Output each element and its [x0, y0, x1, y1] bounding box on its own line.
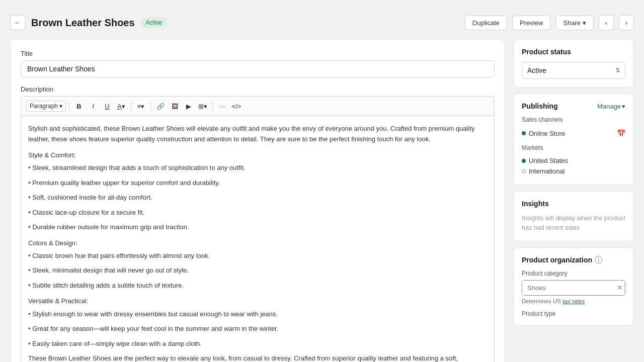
markets-label: Markets	[522, 144, 625, 151]
active-dot-icon	[522, 131, 526, 135]
page-header: ← Brown Leather Shoes Active Duplicate P…	[10, 15, 634, 30]
style-point-2: • Premium quality leather upper for supe…	[28, 177, 487, 188]
paragraph-chevron-icon: ▾	[59, 103, 62, 110]
duplicate-button[interactable]: Duplicate	[465, 16, 507, 30]
colors-heading: Colors & Design:	[28, 238, 487, 248]
versatile-point-1: • Stylish enough to wear with dressy ens…	[28, 309, 487, 319]
text-color-icon: A	[117, 103, 122, 110]
status-select-wrapper: Active Draft Archived	[522, 62, 625, 79]
share-button[interactable]: Share ▾	[555, 16, 594, 30]
text-color-chevron: ▾	[122, 103, 125, 110]
versatile-point-2: • Great for any season—will keep your fe…	[28, 323, 487, 334]
market-us-name: United States	[529, 157, 568, 164]
market-international-name: International	[529, 167, 565, 175]
us-active-dot-icon	[522, 159, 526, 163]
category-actions: ✕ ✓	[617, 284, 625, 292]
insights-card: Insights Insights will display when the …	[513, 191, 634, 241]
style-point-3: • Soft, cushioned insole for all-day com…	[28, 192, 487, 203]
preview-button[interactable]: Preview	[512, 16, 550, 30]
versatile-heading: Versatile & Practical:	[28, 296, 487, 306]
tax-rates-link[interactable]: tax rates	[562, 298, 585, 304]
paragraph-label: Paragraph	[30, 103, 58, 110]
manage-link[interactable]: Manage ▾	[597, 103, 625, 110]
product-status-title: Product status	[522, 48, 625, 56]
table-button[interactable]: ⊞ ▾	[196, 100, 209, 113]
category-confirm-button[interactable]: ✓	[625, 284, 625, 292]
category-label: Product category	[522, 270, 625, 277]
status-badge: Active	[141, 18, 168, 28]
market-us: United States	[522, 155, 625, 166]
product-org-header: Product organization i	[522, 256, 625, 264]
publishing-title: Publishing	[522, 102, 558, 110]
paragraph-select[interactable]: Paragraph ▾	[26, 101, 66, 112]
insights-description: Insights will display when the product h…	[522, 214, 625, 233]
toolbar-divider-2	[131, 102, 131, 111]
category-clear-button[interactable]: ✕	[617, 284, 623, 292]
channel-name: Online Store	[529, 130, 565, 137]
align-icon: ≡	[137, 103, 141, 110]
link-icon: 🔗	[156, 103, 165, 110]
more-icon: ···	[220, 103, 225, 110]
product-type-label: Product type	[522, 310, 625, 317]
style-point-4: • Classic lace-up closure for a secure f…	[28, 207, 487, 218]
editor-body[interactable]: Stylish and sophisticated, these Brown L…	[21, 116, 495, 362]
video-icon: ▶	[186, 103, 191, 110]
video-button[interactable]: ▶	[182, 100, 195, 113]
bold-button[interactable]: B	[72, 100, 86, 113]
italic-button[interactable]: I	[87, 100, 100, 113]
editor-panel: Title Description Paragraph ▾ B I U A ▾	[10, 39, 505, 362]
table-chevron: ▾	[204, 103, 207, 110]
markets-section: Markets United States International	[522, 144, 625, 176]
toolbar-divider-1	[69, 102, 69, 111]
table-icon: ⊞	[198, 103, 204, 110]
sales-channels-label: Sales channels	[522, 116, 625, 123]
align-button[interactable]: ≡ ▾	[134, 100, 147, 113]
image-button[interactable]: 🖼	[168, 100, 181, 113]
link-button[interactable]: 🔗	[154, 100, 167, 113]
back-button[interactable]: ←	[10, 15, 25, 30]
toolbar-divider-4	[212, 102, 213, 111]
code-view-button[interactable]: </>	[230, 100, 243, 113]
page-title: Brown Leather Shoes	[31, 17, 135, 29]
closing-paragraph: These Brown Leather Shoes are the perfec…	[28, 353, 487, 362]
colors-point-2: • Sleek, minimalist design that will nev…	[28, 265, 487, 276]
align-chevron: ▾	[141, 103, 144, 110]
tax-note: Determines US tax rates	[522, 298, 625, 304]
underline-button[interactable]: U	[101, 100, 114, 113]
info-icon[interactable]: i	[595, 256, 602, 263]
header-actions: Duplicate Preview Share ▾ ‹ ›	[465, 15, 634, 30]
category-input-row: ✕ ✓	[522, 280, 625, 296]
code-icon: </>	[232, 103, 242, 110]
next-nav-button[interactable]: ›	[619, 15, 634, 30]
title-label: Title	[21, 50, 495, 57]
image-icon: 🖼	[172, 103, 178, 110]
style-heading: Style & Comfort:	[28, 150, 487, 160]
schedule-icon[interactable]: 📅	[617, 129, 625, 137]
versatile-point-3: • Easily taken care of—simply wipe clean…	[28, 338, 487, 349]
share-chevron-icon: ▾	[583, 19, 586, 27]
channel-info: Online Store	[522, 130, 565, 137]
style-point-1: • Sleek, streamlined design that adds a …	[28, 162, 487, 173]
manage-chevron-icon: ▾	[622, 103, 625, 110]
insights-title: Insights	[522, 200, 625, 208]
main-layout: Title Description Paragraph ▾ B I U A ▾	[10, 39, 634, 362]
category-input[interactable]	[522, 281, 617, 295]
product-org-title: Product organization	[522, 256, 592, 264]
sidebar: Product status Active Draft Archived Pub…	[513, 39, 634, 326]
publishing-card: Publishing Manage ▾ Sales channels Onlin…	[513, 94, 634, 185]
colors-point-3: • Subtle stitch detailing adds a subtle …	[28, 280, 487, 291]
publishing-header: Publishing Manage ▾	[522, 102, 625, 110]
product-organization-card: Product organization i Product category …	[513, 247, 634, 326]
title-input[interactable]	[21, 60, 495, 77]
product-status-card: Product status Active Draft Archived	[513, 39, 634, 87]
online-store-channel: Online Store 📅	[522, 127, 625, 139]
header-left: ← Brown Leather Shoes Active	[10, 15, 167, 30]
toolbar-divider-3	[150, 102, 151, 111]
text-color-button[interactable]: A ▾	[115, 100, 128, 113]
share-label: Share	[563, 19, 581, 27]
more-options-button[interactable]: ···	[216, 100, 229, 113]
style-point-5: • Durable rubber outsole for maximum gri…	[28, 222, 487, 232]
prev-nav-button[interactable]: ‹	[599, 15, 614, 30]
status-select[interactable]: Active Draft Archived	[522, 62, 625, 79]
international-dot-icon	[522, 169, 526, 173]
